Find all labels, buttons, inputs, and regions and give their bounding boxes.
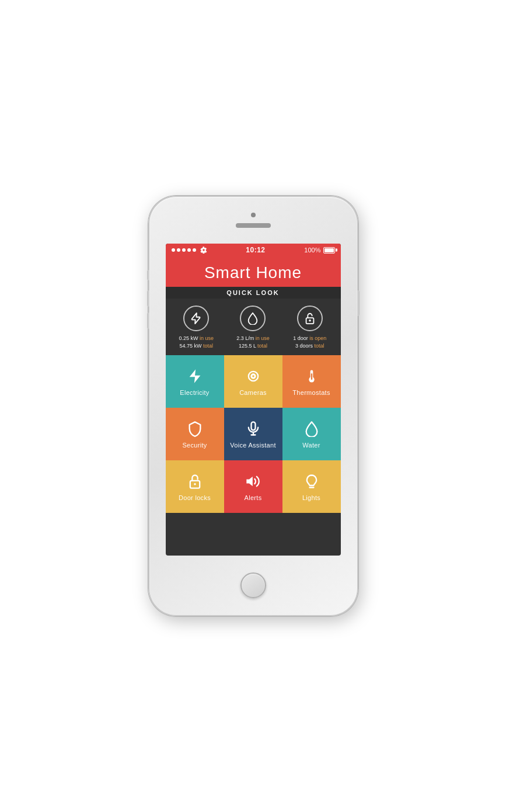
mute-button[interactable] [147, 270, 149, 280]
battery-icon [323, 247, 335, 254]
elec-value1: 0.25 kW [179, 335, 198, 341]
water-grid-icon [303, 421, 320, 437]
phone-body: 10:12 100% Smart Home QUICK LOOK [148, 196, 358, 616]
signal-dot [193, 248, 196, 252]
water-value2: 125.5 L [239, 343, 256, 349]
speaker-grid-icon [245, 473, 261, 490]
water-drop-stat-icon [246, 312, 259, 325]
quick-look-bar: QUICK LOOK [166, 287, 341, 299]
door-stat-text: 1 door is open 3 doors total [293, 335, 326, 349]
door-value2: 3 doors [295, 343, 313, 349]
signal-dot [172, 248, 175, 252]
app-header: Smart Home [166, 256, 341, 287]
shield-grid-icon [187, 421, 203, 437]
alerts-label: Alerts [245, 494, 262, 501]
power-button[interactable] [357, 290, 360, 316]
bolt-grid-icon [187, 368, 203, 384]
status-right: 100% [304, 247, 334, 254]
door-stat-item[interactable]: 1 door is open 3 doors total [281, 306, 338, 349]
grid-item-thermostats[interactable]: Thermostats [282, 355, 341, 408]
svg-point-5 [252, 375, 254, 377]
settings-icon [200, 247, 207, 254]
status-bar: 10:12 100% [166, 244, 341, 256]
grid-item-cameras[interactable]: Cameras [224, 355, 282, 408]
bulb-grid-icon [303, 473, 320, 490]
svg-rect-9 [251, 422, 255, 431]
camera-grid-icon [245, 368, 261, 384]
security-label: Security [182, 442, 207, 449]
electricity-stat-item[interactable]: 0.25 kW in use 54.75 kW total [168, 306, 225, 349]
cameras-label: Cameras [239, 389, 267, 396]
water-stat-text: 2.3 L/m in use 125.5 L total [236, 335, 270, 349]
lock-stat-icon [303, 312, 316, 325]
quick-look-label: QUICK LOOK [226, 289, 279, 296]
home-button[interactable] [240, 572, 266, 598]
grid-item-voice-assistant[interactable]: Voice Assistant [224, 408, 282, 460]
electricity-stat-text: 0.25 kW in use 54.75 kW total [179, 335, 214, 349]
bottom-bezel [240, 556, 266, 615]
top-bezel [149, 197, 357, 244]
door-locks-label: Door locks [179, 494, 211, 501]
front-camera [251, 213, 256, 217]
water-stat-item[interactable]: 2.3 L/m in use 125.5 L total [225, 306, 281, 349]
thermometer-grid-icon [303, 368, 320, 384]
thermostats-label: Thermostats [292, 389, 330, 396]
svg-marker-14 [246, 477, 253, 486]
volume-down-button[interactable] [147, 313, 149, 329]
svg-rect-8 [310, 374, 312, 380]
water-stat-icon-circle [240, 306, 266, 331]
svg-point-1 [309, 320, 310, 321]
signal-dot [182, 248, 186, 252]
elec-value2: 54.75 kW [179, 343, 201, 349]
grid-item-lights[interactable]: Lights [282, 460, 341, 513]
grid-item-alerts[interactable]: Alerts [224, 460, 282, 513]
grid-item-door-locks[interactable]: Door locks [166, 460, 224, 513]
app-title: Smart Home [172, 263, 335, 282]
phone-screen: 10:12 100% Smart Home QUICK LOOK [166, 244, 341, 556]
earpiece [236, 223, 271, 228]
grid-item-water[interactable]: Water [282, 408, 341, 460]
lights-label: Lights [302, 494, 320, 501]
grid-item-electricity[interactable]: Electricity [166, 355, 224, 408]
svg-marker-2 [189, 370, 200, 383]
water-label: Water [302, 442, 320, 449]
bolt-stat-icon [190, 312, 203, 325]
signal-dot [187, 248, 191, 252]
app-grid: Electricity Cameras [166, 355, 341, 513]
volume-up-button[interactable] [147, 290, 149, 307]
status-time: 10:12 [246, 246, 265, 254]
signal-dot [177, 248, 180, 252]
stats-row: 0.25 kW in use 54.75 kW total 2.3 L/m in… [166, 299, 341, 355]
electricity-stat-icon-circle [183, 306, 209, 331]
door-value1: 1 door [293, 335, 308, 341]
battery-fill [324, 248, 334, 252]
signal-dots [172, 247, 207, 254]
electricity-label: Electricity [180, 389, 209, 396]
lock-grid-icon [187, 473, 203, 490]
voice-assistant-label: Voice Assistant [230, 442, 276, 449]
door-stat-icon-circle [297, 306, 323, 331]
grid-item-security[interactable]: Security [166, 408, 224, 460]
battery-percent: 100% [304, 247, 320, 254]
svg-point-13 [194, 483, 196, 485]
water-value1: 2.3 L/m [236, 335, 254, 341]
microphone-grid-icon [245, 421, 261, 437]
phone-wrapper: 10:12 100% Smart Home QUICK LOOK [142, 184, 364, 628]
